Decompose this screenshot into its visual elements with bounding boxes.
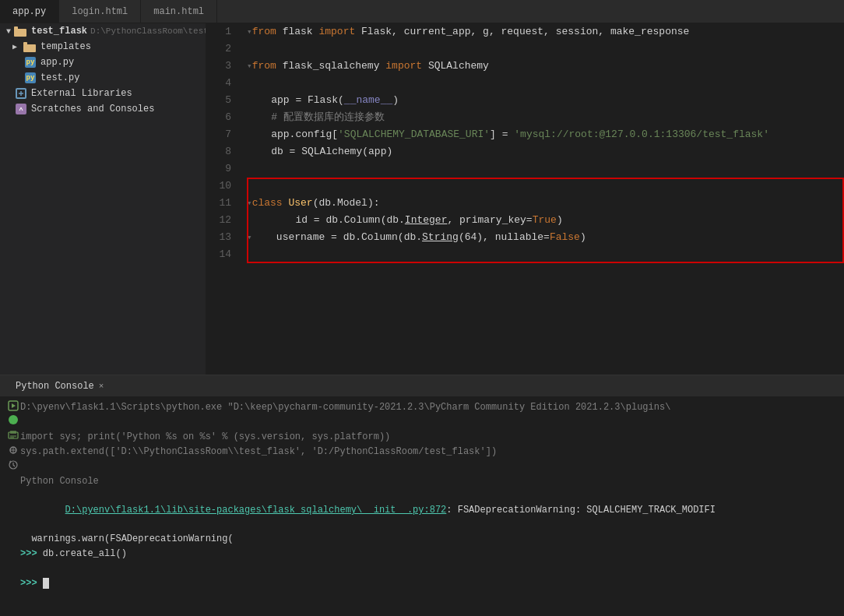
project-folder-icon <box>14 26 26 37</box>
code-line-7: 7 app.config['SQLALCHEMY_DATABASE_URI'] … <box>206 126 844 143</box>
code-line-8: 8 db = SQLAlchemy(app) <box>206 143 844 160</box>
code-line-3: 3 ▾from flask_sqlalchemy import SQLAlche… <box>206 58 844 75</box>
line-num-7: 7 <box>206 126 244 143</box>
console-line-blank <box>6 561 838 576</box>
red-box-region: 10 11 ▾class User(db.Model): 12 id = db.… <box>206 178 844 263</box>
console-close-button[interactable]: × <box>99 382 104 391</box>
console-line-run: D:\pyenv\flask1.1\Scripts\python.exe "D:… <box>6 400 838 414</box>
bottom-panel: Python Console × D:\pyenv\flask1.1\Scrip… <box>0 375 844 616</box>
python-console-tab-label: Python Console <box>16 381 94 392</box>
line-content-3: ▾from flask_sqlalchemy import SQLAlchemy <box>244 58 844 75</box>
line-content-7: app.config['SQLALCHEMY_DATABASE_URI'] = … <box>244 126 844 143</box>
code-line-10: 10 <box>206 178 844 195</box>
code-line-12: 12 id = db.Column(db.Integer, primary_ke… <box>206 212 844 229</box>
test-py-icon: py <box>25 72 36 83</box>
console-label-text: Python Console <box>20 474 838 488</box>
console-line-circle <box>6 415 838 429</box>
line-content-12: id = db.Column(db.Integer, primary_key=T… <box>244 212 844 229</box>
sidebar-item-test-py[interactable]: py test.py <box>0 70 206 86</box>
scratches-label: Scratches and Consoles <box>31 104 154 114</box>
prompt-text: >>> <box>20 576 838 590</box>
line-content-14 <box>244 246 844 263</box>
templates-folder-icon <box>23 42 36 52</box>
tab-login-html-label: login.html <box>72 6 128 17</box>
line-num-12: 12 <box>206 212 244 229</box>
templates-arrow: ▶ <box>12 42 17 51</box>
line-num-5: 5 <box>206 92 244 109</box>
console-line-create-all: >>> db.create_all() <box>6 547 838 561</box>
line-content-5: app = Flask(__name__) <box>244 92 844 109</box>
sidebar-item-templates[interactable]: ▶ templates <box>0 39 206 55</box>
sidebar-item-app-py[interactable]: py app.py <box>0 55 206 70</box>
line-content-10 <box>244 178 844 195</box>
tab-main-html-label: main.html <box>153 6 204 17</box>
sidebar-item-external-libraries[interactable]: External Libraries <box>0 86 206 101</box>
sidebar-item-scratches[interactable]: Scratches and Consoles <box>0 101 206 117</box>
sidebar: ▼ test_flask D:\PythonClassRoom\test_fla… <box>0 23 206 375</box>
line-num-9: 9 <box>206 160 244 178</box>
svg-rect-4 <box>23 42 27 45</box>
tab-app-py-label: app.py <box>12 6 46 17</box>
line-num-3: 3 <box>206 58 244 75</box>
code-line-1: 1 ▾from flask import Flask, current_app,… <box>206 23 844 40</box>
line-num-8: 8 <box>206 143 244 160</box>
warning-text: D:\pyenv\flask1.1\lib\site-packages\flas… <box>20 489 838 531</box>
code-content: 1 ▾from flask import Flask, current_app,… <box>206 23 844 263</box>
line-num-4: 4 <box>206 75 244 92</box>
svg-rect-3 <box>23 44 36 52</box>
syspath-text: sys.path.extend(['D:\\PythonClassRoom\\t… <box>20 445 838 459</box>
warning-link[interactable]: D:\pyenv\flask1.1\lib\site-packages\flas… <box>65 505 447 516</box>
print-icon <box>6 430 20 441</box>
line-num-10: 10 <box>206 178 244 195</box>
scratches-icon <box>16 104 26 114</box>
run-command-text: D:\pyenv\flask1.1\Scripts\python.exe "D:… <box>20 400 838 414</box>
line-content-4 <box>244 75 844 92</box>
line-content-1: ▾from flask import Flask, current_app, g… <box>244 23 844 40</box>
history-icon <box>6 459 20 470</box>
line-num-13: 13 <box>206 229 244 246</box>
code-line-2: 2 <box>206 40 844 58</box>
tab-login-html[interactable]: login.html <box>59 0 141 23</box>
line-num-1: 1 <box>206 23 244 40</box>
main-area: ▼ test_flask D:\PythonClassRoom\test_fla… <box>0 23 844 375</box>
run-icon <box>6 400 20 411</box>
project-path: D:\PythonClassRoom\test_flask <box>90 26 206 36</box>
editor[interactable]: 1 ▾from flask import Flask, current_app,… <box>206 23 844 375</box>
external-libraries-label: External Libraries <box>31 88 132 99</box>
project-name: test_flask <box>31 26 87 37</box>
text-cursor <box>43 578 49 589</box>
app-py-label: app.py <box>40 57 74 68</box>
code-line-4: 4 <box>206 75 844 92</box>
tab-bar: app.py login.html main.html <box>0 0 844 23</box>
console-panel-content[interactable]: D:\pyenv\flask1.1\Scripts\python.exe "D:… <box>0 397 844 616</box>
svg-marker-8 <box>12 403 16 408</box>
app-py-icon: py <box>25 57 36 68</box>
templates-label: templates <box>40 41 91 52</box>
tab-app-py[interactable]: app.py <box>0 0 59 23</box>
code-line-5: 5 app = Flask(__name__) <box>206 92 844 109</box>
project-root[interactable]: ▼ test_flask D:\PythonClassRoom\test_fla… <box>0 23 206 39</box>
line-content-2 <box>244 40 844 58</box>
line-num-6: 6 <box>206 109 244 126</box>
tab-main-html[interactable]: main.html <box>141 0 217 23</box>
line-content-9 <box>244 160 844 178</box>
code-line-11: 11 ▾class User(db.Model): <box>206 195 844 212</box>
code-line-9: 9 <box>206 160 844 178</box>
line-content-13: ▾ username = db.Column(db.String(64), nu… <box>244 229 844 246</box>
line-num-14: 14 <box>206 246 244 263</box>
print-command-text: import sys; print('Python %s on %s' % (s… <box>20 430 838 444</box>
line-num-11: 11 <box>206 195 244 212</box>
line-content-11: ▾class User(db.Model): <box>244 195 844 212</box>
create-all-text: >>> db.create_all() <box>20 547 838 561</box>
console-line-syspath: sys.path.extend(['D:\\PythonClassRoom\\t… <box>6 445 838 459</box>
python-console-tab[interactable]: Python Console × <box>6 375 113 397</box>
console-line-label: Python Console <box>6 474 838 488</box>
console-line-warnings-warn: warnings.warn(FSADeprecationWarning( <box>6 532 838 546</box>
project-arrow: ▼ <box>6 27 11 36</box>
code-line-13: 13 ▾ username = db.Column(db.String(64),… <box>206 229 844 246</box>
test-py-label: test.py <box>40 72 79 83</box>
console-line-prompt: >>> <box>6 576 838 590</box>
green-circle-icon <box>6 415 20 424</box>
console-line-warning: D:\pyenv\flask1.1\lib\site-packages\flas… <box>6 489 838 531</box>
code-line-6: 6 # 配置数据库的连接参数 <box>206 109 844 126</box>
